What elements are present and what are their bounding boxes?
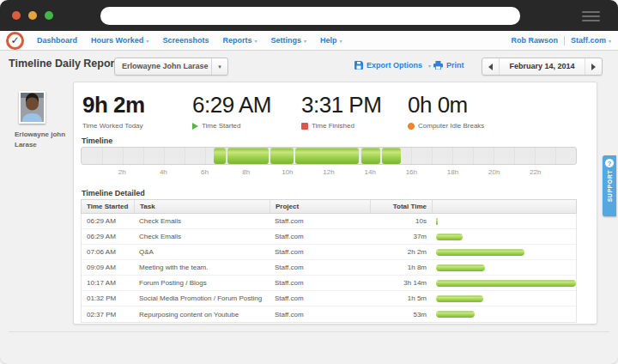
cell-duration-bar bbox=[432, 295, 576, 302]
nav-item-hours-worked[interactable]: Hours Worked▾ bbox=[91, 36, 148, 45]
timeline-gridline bbox=[473, 148, 474, 164]
user-select-dropdown[interactable]: Erlowayne John Larase ▾ bbox=[114, 58, 228, 76]
cell-total-time: 37m bbox=[370, 233, 432, 240]
previous-day-button[interactable] bbox=[482, 58, 500, 75]
nav-item-reports[interactable]: Reports▾ bbox=[222, 36, 257, 45]
chevron-down-icon: ▾ bbox=[254, 38, 257, 44]
column-header-project[interactable]: Project bbox=[270, 200, 370, 213]
cell-total-time: 1h 5m bbox=[370, 294, 432, 302]
traffic-light-2[interactable] bbox=[45, 11, 53, 20]
timeline-work-segment[interactable] bbox=[270, 148, 294, 164]
timeline-work-segment[interactable] bbox=[214, 148, 225, 164]
table-row[interactable]: 06:29 AMCheck EmailsStaff.com37m bbox=[82, 229, 576, 245]
nav-item-label: Hours Worked bbox=[91, 36, 143, 45]
nav-item-screenshots[interactable]: Screenshots bbox=[162, 36, 209, 45]
timeline-chart[interactable] bbox=[81, 147, 577, 165]
nav-item-label: Dashboard bbox=[37, 36, 77, 45]
column-header-bar bbox=[432, 200, 576, 213]
timeline-section-label: Timeline bbox=[82, 136, 112, 145]
timeline-gridline bbox=[555, 148, 556, 164]
timeline-work-segment[interactable] bbox=[361, 148, 380, 164]
support-tab[interactable]: ? SUPPORT bbox=[603, 155, 616, 216]
table-row[interactable]: 01:32 PMSocial Media Promotion / Forum P… bbox=[82, 291, 576, 306]
timeline-gridline bbox=[185, 148, 185, 164]
timeline-work-segment[interactable] bbox=[227, 148, 269, 164]
stat-value: 9h 2m bbox=[82, 92, 145, 118]
cell-project: Staff.com bbox=[270, 311, 370, 318]
duration-bar bbox=[436, 280, 576, 287]
nav-item-label: Reports bbox=[222, 36, 251, 45]
cell-duration-bar bbox=[432, 234, 576, 240]
idle-icon bbox=[408, 123, 415, 130]
timeline-gridline bbox=[102, 148, 103, 164]
cell-project: Staff.com bbox=[270, 294, 370, 302]
cell-project: Staff.com bbox=[270, 248, 370, 256]
next-day-button[interactable] bbox=[585, 58, 602, 75]
column-header-time-started[interactable]: Time Started bbox=[82, 200, 134, 213]
timeline-gridline bbox=[452, 148, 453, 164]
nav-item-settings[interactable]: Settings▾ bbox=[270, 36, 306, 45]
cell-total-time: 1h 8m bbox=[370, 264, 432, 271]
user-profile: Erlowayne john Larase bbox=[0, 82, 73, 150]
question-icon: ? bbox=[605, 159, 614, 167]
axis-tick-label: 14h bbox=[364, 168, 375, 176]
stat-label-text: Computer Idle Breaks bbox=[418, 122, 484, 130]
arrow-right-icon bbox=[591, 64, 596, 70]
nav-item-dashboard[interactable]: Dashboard bbox=[37, 36, 77, 45]
timeline-work-segment[interactable] bbox=[382, 148, 402, 164]
table-row[interactable]: 10:17 AMForum Posting / BlogsStaff.com3h… bbox=[82, 276, 576, 291]
stat-value: 3:31 PM bbox=[301, 92, 381, 118]
cell-time-started: 02:37 PM bbox=[82, 311, 134, 318]
user-menu[interactable]: Rob Rawson bbox=[511, 36, 558, 45]
traffic-light-1[interactable] bbox=[28, 11, 37, 20]
stat-label: Time Worked Today bbox=[82, 122, 145, 130]
stat-label-text: Time Finished bbox=[312, 122, 354, 130]
cell-time-started: 09:09 AM bbox=[82, 264, 134, 271]
traffic-light-0[interactable] bbox=[12, 11, 21, 20]
traffic-lights[interactable] bbox=[12, 11, 53, 20]
nav-item-help[interactable]: Help▾ bbox=[320, 36, 342, 45]
nav-item-label: Screenshots bbox=[162, 36, 209, 45]
browser-window: ✓ DashboardHours Worked▾ScreenshotsRepor… bbox=[0, 0, 618, 364]
axis-tick-label: 20h bbox=[488, 168, 500, 176]
nav-item-label: Settings bbox=[270, 36, 301, 45]
cell-time-started: 07:06 AM bbox=[82, 248, 134, 256]
duration-bar bbox=[436, 249, 524, 256]
axis-tick-label: 8h bbox=[242, 168, 250, 176]
play-icon bbox=[192, 123, 198, 130]
table-row[interactable]: 02:37 PMRepurposing content on YoutubeSt… bbox=[82, 306, 576, 322]
print-button[interactable]: Print bbox=[433, 61, 464, 70]
stat-value: 6:29 AM bbox=[192, 92, 271, 118]
axis-tick-label: 16h bbox=[406, 168, 417, 176]
axis-tick-label: 10h bbox=[282, 168, 293, 176]
date-label[interactable]: February 14, 2014 bbox=[500, 58, 585, 75]
cell-project: Staff.com bbox=[270, 217, 370, 225]
column-header-task[interactable]: Task bbox=[134, 200, 270, 213]
menu-icon[interactable] bbox=[582, 11, 600, 24]
arrow-left-icon bbox=[488, 64, 493, 70]
cell-duration-bar bbox=[432, 249, 576, 256]
account-menu[interactable]: Staff.com▾ bbox=[571, 36, 611, 45]
column-header-total-time[interactable]: Total Time bbox=[370, 200, 432, 213]
table-header: Time StartedTaskProjectTotal Time bbox=[81, 199, 577, 214]
cell-task: Repurposing content on Youtube bbox=[134, 311, 270, 318]
stat-value: 0h 0m bbox=[408, 92, 484, 118]
export-options-button[interactable]: Export Options ▾ bbox=[354, 61, 431, 70]
user-select-value: Erlowayne John Larase bbox=[115, 58, 211, 75]
axis-tick-label: 18h bbox=[447, 168, 458, 176]
table-row[interactable]: 09:09 AMMeeting with the team.Staff.com1… bbox=[82, 260, 576, 276]
timeline-work-segment[interactable] bbox=[295, 148, 359, 164]
cell-task: Check Emails bbox=[134, 217, 270, 225]
stat-label: Time Finished bbox=[301, 122, 381, 130]
timeline-gridline bbox=[205, 148, 206, 164]
timeline-gridline bbox=[514, 148, 515, 164]
table-row[interactable]: 06:29 AMCheck EmailsStaff.com10s bbox=[82, 214, 576, 229]
stat-label-text: Time Started bbox=[202, 122, 241, 130]
stat-label: Computer Idle Breaks bbox=[408, 122, 484, 130]
cell-time-started: 06:29 AM bbox=[82, 233, 134, 240]
url-bar[interactable] bbox=[100, 7, 520, 25]
axis-tick-label: 6h bbox=[201, 168, 209, 176]
table-row[interactable]: 07:06 AMQ&AStaff.com2h 2m bbox=[82, 245, 576, 260]
staffcom-logo-icon[interactable]: ✓ bbox=[6, 32, 24, 50]
cell-task: Check Emails bbox=[134, 233, 270, 240]
